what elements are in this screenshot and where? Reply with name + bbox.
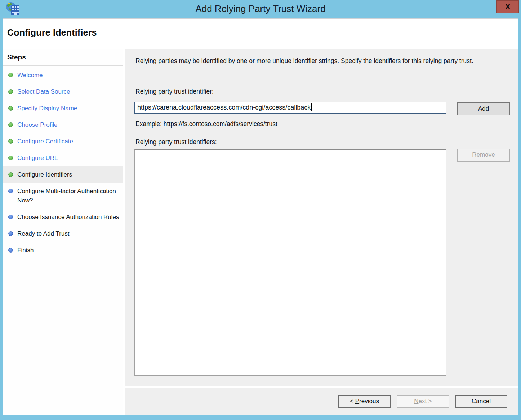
step-label: Choose Profile [17, 120, 58, 130]
title-bar: Add Relying Party Trust Wizard X [0, 0, 521, 18]
step-label: Configure Certificate [17, 137, 73, 146]
step-label: Welcome [17, 71, 43, 80]
step-label: Finish [17, 246, 34, 255]
wizard-body: Steps WelcomeSelect Data SourceSpecify D… [3, 49, 518, 415]
steps-list: WelcomeSelect Data SourceSpecify Display… [3, 67, 123, 259]
example-text: Example: https://fs.contoso.com/adfs/ser… [135, 120, 277, 128]
sidebar-step-configure-certificate[interactable]: Configure Certificate [3, 133, 123, 150]
step-dot-icon [8, 156, 13, 160]
steps-sidebar: Steps WelcomeSelect Data SourceSpecify D… [3, 49, 123, 415]
step-pending-dot-icon [8, 231, 13, 236]
close-button[interactable]: X [496, 0, 519, 13]
next-button[interactable]: Next > [397, 395, 449, 408]
sidebar-step-ready-to-add-trust: Ready to Add Trust [3, 225, 123, 242]
step-label: Configure URL [17, 153, 58, 163]
identifiers-listbox[interactable] [134, 149, 446, 376]
step-dot-icon [8, 172, 13, 177]
step-label: Configure Identifiers [17, 170, 72, 179]
step-dot-icon [8, 89, 13, 94]
identifier-input[interactable]: https://carena.cloudflareaccess.com/cdn-… [134, 102, 446, 114]
page-title: Configure Identifiers [7, 27, 97, 38]
step-label: Choose Issuance Authorization Rules [17, 213, 119, 222]
text-caret [311, 103, 312, 111]
sidebar-step-select-data-source[interactable]: Select Data Source [3, 84, 123, 100]
sidebar-step-choose-issuance-authorization-rules: Choose Issuance Authorization Rules [3, 209, 123, 225]
identifiers-list-label: Relying party trust identifiers: [135, 138, 217, 146]
cancel-button[interactable]: Cancel [455, 395, 507, 408]
sidebar-step-welcome[interactable]: Welcome [3, 67, 123, 84]
main-panel: Relying parties may be identified by one… [125, 49, 518, 386]
step-label: Specify Display Name [17, 104, 77, 113]
step-pending-dot-icon [8, 215, 13, 219]
step-label: Ready to Add Trust [17, 229, 70, 238]
step-pending-dot-icon [8, 189, 13, 193]
sidebar-step-choose-profile[interactable]: Choose Profile [3, 117, 123, 133]
page-description: Relying parties may be identified by one… [135, 56, 507, 66]
identifier-input-value: https://carena.cloudflareaccess.com/cdn-… [137, 104, 311, 111]
previous-button[interactable]: < Previous [338, 395, 391, 408]
step-dot-icon [8, 73, 13, 77]
step-dot-icon [8, 122, 13, 127]
step-label: Select Data Source [17, 87, 70, 97]
step-pending-dot-icon [8, 248, 13, 253]
sidebar-step-finish: Finish [3, 242, 123, 259]
steps-heading: Steps [3, 49, 123, 66]
footer-button-bar: < Previous Next > Cancel [125, 388, 518, 415]
add-button[interactable]: Add [457, 102, 510, 115]
sidebar-step-configure-multi-factor-authentication-now: Configure Multi-factor Authentication No… [3, 183, 123, 209]
identifier-label: Relying party trust identifier: [135, 88, 214, 95]
sidebar-step-specify-display-name[interactable]: Specify Display Name [3, 100, 123, 117]
window-title: Add Relying Party Trust Wizard [0, 0, 521, 18]
step-dot-icon [8, 106, 13, 111]
step-dot-icon [8, 139, 13, 144]
wizard-window: Configure Identifiers Steps WelcomeSelec… [3, 18, 518, 415]
remove-button[interactable]: Remove [457, 149, 510, 162]
step-label: Configure Multi-factor Authentication No… [17, 187, 119, 205]
sidebar-step-configure-url[interactable]: Configure URL [3, 150, 123, 166]
sidebar-step-configure-identifiers: Configure Identifiers [3, 166, 123, 183]
